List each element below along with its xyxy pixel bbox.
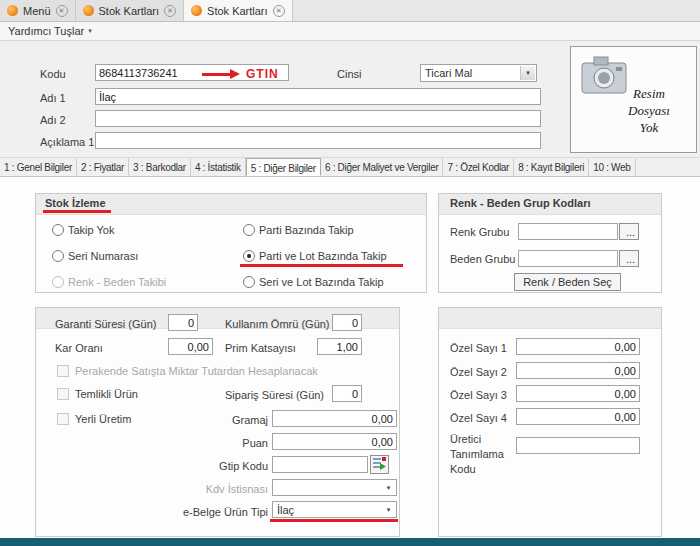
annotation-underline <box>270 519 398 522</box>
radio-seri-ve-lot-label[interactable]: Seri ve Lot Bazında Takip <box>259 276 384 288</box>
siparis-input[interactable] <box>332 385 362 402</box>
gtin-annotation: GTIN <box>246 67 279 81</box>
radio-renk-beden-takibi-label[interactable]: Renk - Beden Takibi <box>68 276 166 288</box>
page-tab-strip: 1 : Genel Bilgiler 2 : Fiyatlar 3 : Bark… <box>0 157 700 177</box>
garanti-input[interactable] <box>168 314 198 331</box>
annotation-arrow-head <box>230 69 240 79</box>
kdv-istisnasi-label: Kdv İstisnası <box>168 483 268 495</box>
kar-orani-label: Kar Oranı <box>55 342 103 354</box>
aciklama1-input[interactable] <box>95 132 541 149</box>
garanti-label: Garanti Süresi (Gün) <box>55 318 156 330</box>
annotation-underline <box>240 264 403 267</box>
radio-parti-ve-lot[interactable] <box>243 250 255 262</box>
cinsi-select[interactable]: Ticari Mal ▾ <box>420 64 537 82</box>
radio-renk-beden-takibi[interactable] <box>52 276 64 288</box>
ozel-sayi-2-label: Özel Sayı 2 <box>450 366 507 378</box>
annotation-underline <box>43 210 111 213</box>
uretici-tanimlama-kodu-input[interactable] <box>516 437 640 454</box>
tab-kayit-bilgileri[interactable]: 8 : Kayıt Bilgileri <box>514 158 589 176</box>
tab-fiyatlar[interactable]: 2 : Fiyatlar <box>77 158 129 176</box>
renk-grubu-input[interactable] <box>518 223 618 240</box>
tab-web[interactable]: 10 : Web <box>589 158 635 176</box>
perakende-label[interactable]: Perakende Satışta Miktar Tutardan Hesapl… <box>75 365 318 377</box>
beden-grubu-input[interactable] <box>518 250 618 267</box>
tab-genel-bilgiler[interactable]: 1 : Genel Bilgiler <box>0 158 77 176</box>
yardimci-tuslar-menu[interactable]: Yardımcı Tuşlar ▾ <box>8 25 92 37</box>
puan-label: Puan <box>168 437 268 449</box>
uretici-tanimlama-kodu-label: Üretici Tanımlama Kodu <box>450 432 510 477</box>
beden-grubu-label: Beden Grubu <box>450 253 515 265</box>
siparis-label: Sipariş Süresi (Gün) <box>225 389 324 401</box>
gtip-kodu-label: Gtip Kodu <box>168 460 268 472</box>
module-icon <box>83 5 94 16</box>
close-tab-icon[interactable]: ✕ <box>56 5 68 17</box>
menu-bar: Yardımcı Tuşlar ▾ <box>0 22 700 41</box>
radio-seri-numarasi-label[interactable]: Seri Numarası <box>68 250 138 262</box>
yerli-uretim-checkbox[interactable] <box>57 413 69 425</box>
tab-ozel-kodlar[interactable]: 7 : Özel Kodlar <box>443 158 514 176</box>
tab-diger-maliyet-ve-vergiler[interactable]: 6 : Diğer Maliyet ve Vergiler <box>321 158 444 176</box>
renk-grubu-label: Renk Grubu <box>450 226 509 238</box>
chevron-down-icon: ▾ <box>88 27 92 35</box>
kullanim-label: Kullanım Ömrü (Gün) <box>225 318 330 330</box>
renk-beden-sec-button[interactable]: Renk / Beden Seç <box>514 273 621 291</box>
close-tab-icon[interactable]: ✕ <box>273 5 285 17</box>
radio-takip-yok-label[interactable]: Takip Yok <box>68 224 114 236</box>
ozel-sayi-1-input[interactable] <box>516 338 640 355</box>
ozel-sayi-4-input[interactable] <box>516 408 640 425</box>
tab-istatistik[interactable]: 4 : İstatistik <box>191 158 246 176</box>
stok-izleme-title: Stok İzleme <box>45 197 106 209</box>
ozel-sayi-2-input[interactable] <box>516 362 640 379</box>
radio-parti-bazinda[interactable] <box>243 224 255 236</box>
adi1-input[interactable] <box>95 88 541 105</box>
window-tab-label: Stok Kartları <box>207 5 268 17</box>
gtip-kodu-input[interactable] <box>272 456 368 473</box>
ozel-sayi-4-label: Özel Sayı 4 <box>450 412 507 424</box>
cinsi-value: Ticari Mal <box>425 67 472 79</box>
tab-barkodlar[interactable]: 3 : Barkodlar <box>129 158 191 176</box>
ebelge-urun-tipi-label: e-Belge Ürün Tipi <box>150 506 268 518</box>
prim-katsayisi-label: Prim Katsayısı <box>225 342 296 354</box>
gramaj-label: Gramaj <box>168 414 268 426</box>
window-tab-stok-kartlari-2[interactable]: Stok Kartları ✕ <box>184 0 293 21</box>
beden-grubu-browse-button[interactable]: ... <box>619 250 639 267</box>
window-tab-stok-kartlari-1[interactable]: Stok Kartları ✕ <box>76 0 185 21</box>
chevron-down-icon[interactable]: ▾ <box>382 503 395 516</box>
close-tab-icon[interactable]: ✕ <box>164 5 176 17</box>
adi2-label: Adı 2 <box>40 114 66 126</box>
temlikli-label[interactable]: Temlikli Ürün <box>75 388 138 400</box>
ebelge-urun-tipi-value: İlaç <box>277 504 294 516</box>
aciklama1-label: Açıklama 1 <box>40 136 94 148</box>
perakende-checkbox[interactable] <box>57 365 69 377</box>
module-icon <box>7 5 18 16</box>
window-tab-label: Stok Kartları <box>99 5 160 17</box>
chevron-down-icon[interactable]: ▾ <box>520 66 535 80</box>
window-tab-menu[interactable]: Menü ✕ <box>0 0 76 21</box>
ebelge-urun-tipi-select[interactable]: İlaç ▾ <box>272 501 397 518</box>
tab-diger-bilgiler[interactable]: 5 : Diğer Bilgiler <box>246 158 321 176</box>
cinsi-label: Cinsi <box>337 68 361 80</box>
temlikli-checkbox[interactable] <box>57 388 69 400</box>
adi2-input[interactable] <box>95 110 541 127</box>
radio-parti-ve-lot-label[interactable]: Parti ve Lot Bazında Takip <box>259 250 387 262</box>
puan-input[interactable] <box>272 433 397 450</box>
ozel-sayi-3-input[interactable] <box>516 385 640 402</box>
adi1-label: Adı 1 <box>40 92 66 104</box>
radio-seri-ve-lot[interactable] <box>243 276 255 288</box>
yerli-uretim-label[interactable]: Yerli Üretim <box>75 413 131 425</box>
gramaj-input[interactable] <box>272 410 397 427</box>
status-bar <box>0 538 700 546</box>
radio-seri-numarasi[interactable] <box>52 250 64 262</box>
radio-takip-yok[interactable] <box>52 224 64 236</box>
window-tab-label: Menü <box>23 5 51 17</box>
chevron-down-icon[interactable]: ▾ <box>382 481 395 494</box>
renk-grubu-browse-button[interactable]: ... <box>619 223 639 240</box>
prim-katsayisi-input[interactable] <box>317 338 362 355</box>
kdv-istisnasi-select[interactable]: ▾ <box>272 479 397 496</box>
kar-orani-input[interactable] <box>168 338 213 355</box>
image-placeholder-text: Resim Dosyası Yok <box>618 86 680 137</box>
window-tab-bar: Menü ✕ Stok Kartları ✕ Stok Kartları ✕ <box>0 0 700 22</box>
kullanim-input[interactable] <box>332 314 362 331</box>
radio-parti-bazinda-label[interactable]: Parti Bazında Takip <box>259 224 354 236</box>
gtip-lookup-button[interactable] <box>370 455 389 474</box>
